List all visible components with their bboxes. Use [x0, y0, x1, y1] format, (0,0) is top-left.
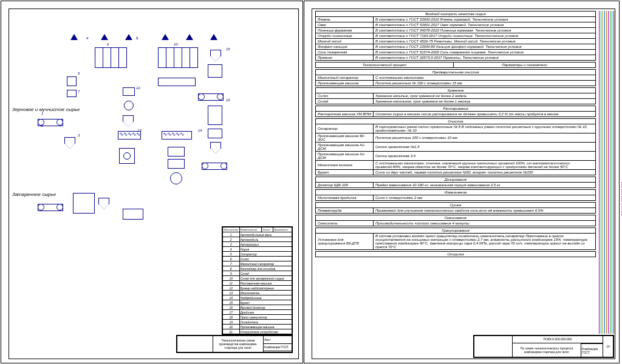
sheet-spec: ПОКК.К.000.000.000 Входной контроль каче…	[304, 1, 620, 363]
parts-list: ОбозначениеНаименованиеКол-воПримечание1…	[222, 226, 293, 335]
doc-title: Технологическая схема производства комби…	[213, 336, 264, 352]
process-trace-lines	[597, 11, 615, 334]
spec-tables: Входной контроль качества сырьяЯчменьВ с…	[315, 11, 596, 334]
sheet-process-diagram: Зерновое и мучнистое сырье Затаренное сы…	[1, 1, 303, 363]
process-diagram: 1 2 3 4 5 6 7 8 10 12 13 14 15 19	[46, 34, 222, 291]
title-block-right: ПОКК.К.000.000.000 14 По схеме технологи…	[473, 335, 614, 358]
title-block-left: Технологическая схема производства комби…	[176, 335, 293, 353]
